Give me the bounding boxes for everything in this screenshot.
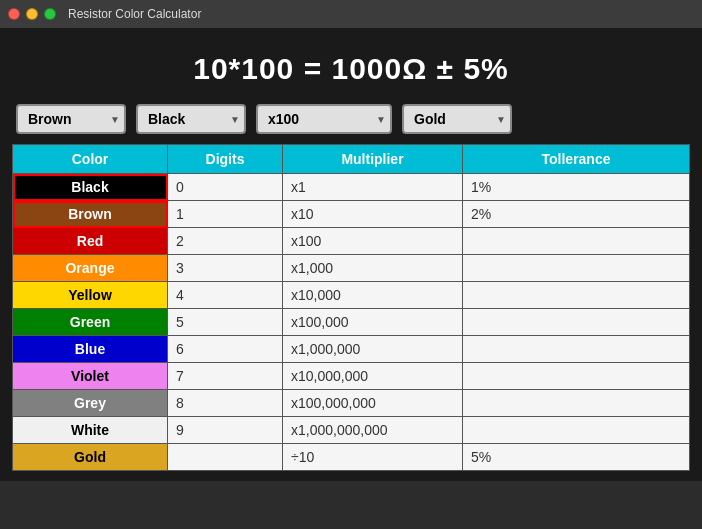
band1-select[interactable]: Black Brown Red Orange Yellow Green Blue… xyxy=(16,104,126,134)
multiplier-cell: ÷10 xyxy=(283,444,463,471)
color-cell-green: Green xyxy=(13,309,168,336)
digits-cell: 6 xyxy=(168,336,283,363)
band4-select[interactable]: Gold Silver None xyxy=(402,104,512,134)
col-header-tolerance: Tollerance xyxy=(463,145,690,174)
color-cell-gold: Gold xyxy=(13,444,168,471)
band2-dropdown-wrap: Black Brown Red Orange Yellow Green Blue… xyxy=(136,104,246,134)
table-row: Orange3x1,000 xyxy=(13,255,690,282)
tolerance-cell: 5% xyxy=(463,444,690,471)
digits-cell: 9 xyxy=(168,417,283,444)
digits-cell: 8 xyxy=(168,390,283,417)
table-row: Brown1x102% xyxy=(13,201,690,228)
table-row: Black0x11% xyxy=(13,174,690,201)
table-row: Yellow4x10,000 xyxy=(13,282,690,309)
digits-cell: 1 xyxy=(168,201,283,228)
multiplier-cell: x10 xyxy=(283,201,463,228)
color-cell-orange: Orange xyxy=(13,255,168,282)
table-row: Blue6x1,000,000 xyxy=(13,336,690,363)
band3-select[interactable]: x1 x10 x100 x1,000 x10,000 x100,000 x1,0… xyxy=(256,104,392,134)
color-cell-blue: Blue xyxy=(13,336,168,363)
multiplier-cell: x10,000,000 xyxy=(283,363,463,390)
tolerance-cell xyxy=(463,417,690,444)
digits-cell: 0 xyxy=(168,174,283,201)
multiplier-cell: x10,000 xyxy=(283,282,463,309)
multiplier-cell: x1,000,000 xyxy=(283,336,463,363)
table-row: Gold÷105% xyxy=(13,444,690,471)
minimize-btn[interactable] xyxy=(26,8,38,20)
titlebar: Resistor Color Calculator xyxy=(0,0,702,28)
digits-cell: 7 xyxy=(168,363,283,390)
color-cell-brown: Brown xyxy=(13,201,168,228)
tolerance-cell: 1% xyxy=(463,174,690,201)
col-header-color: Color xyxy=(13,145,168,174)
color-cell-yellow: Yellow xyxy=(13,282,168,309)
close-btn[interactable] xyxy=(8,8,20,20)
col-header-digits: Digits xyxy=(168,145,283,174)
multiplier-cell: x1,000,000,000 xyxy=(283,417,463,444)
table-row: Grey8x100,000,000 xyxy=(13,390,690,417)
digits-cell: 4 xyxy=(168,282,283,309)
color-cell-red: Red xyxy=(13,228,168,255)
digits-cell: 2 xyxy=(168,228,283,255)
table-row: White9x1,000,000,000 xyxy=(13,417,690,444)
tolerance-cell xyxy=(463,255,690,282)
multiplier-cell: x100,000 xyxy=(283,309,463,336)
tolerance-cell xyxy=(463,336,690,363)
color-cell-grey: Grey xyxy=(13,390,168,417)
table-row: Red2x100 xyxy=(13,228,690,255)
tolerance-cell xyxy=(463,282,690,309)
multiplier-cell: x1,000 xyxy=(283,255,463,282)
table-header-row: Color Digits Multiplier Tollerance xyxy=(13,145,690,174)
multiplier-cell: x100 xyxy=(283,228,463,255)
formula-display: 10*100 = 1000Ω ± 5% xyxy=(12,38,690,104)
digits-cell: 5 xyxy=(168,309,283,336)
maximize-btn[interactable] xyxy=(44,8,56,20)
multiplier-cell: x100,000,000 xyxy=(283,390,463,417)
window-title: Resistor Color Calculator xyxy=(68,7,201,21)
band3-dropdown-wrap: x1 x10 x100 x1,000 x10,000 x100,000 x1,0… xyxy=(256,104,392,134)
color-cell-white: White xyxy=(13,417,168,444)
table-row: Green5x100,000 xyxy=(13,309,690,336)
digits-cell: 3 xyxy=(168,255,283,282)
tolerance-cell xyxy=(463,228,690,255)
color-reference-table: Color Digits Multiplier Tollerance Black… xyxy=(12,144,690,471)
digits-cell xyxy=(168,444,283,471)
band4-dropdown-wrap: Gold Silver None ▼ xyxy=(402,104,512,134)
tolerance-cell xyxy=(463,363,690,390)
tolerance-cell xyxy=(463,390,690,417)
table-row: Violet7x10,000,000 xyxy=(13,363,690,390)
band2-select[interactable]: Black Brown Red Orange Yellow Green Blue… xyxy=(136,104,246,134)
tolerance-cell: 2% xyxy=(463,201,690,228)
color-cell-violet: Violet xyxy=(13,363,168,390)
multiplier-cell: x1 xyxy=(283,174,463,201)
tolerance-cell xyxy=(463,309,690,336)
band1-dropdown-wrap: Black Brown Red Orange Yellow Green Blue… xyxy=(16,104,126,134)
col-header-multiplier: Multiplier xyxy=(283,145,463,174)
color-cell-black: Black xyxy=(13,174,168,201)
